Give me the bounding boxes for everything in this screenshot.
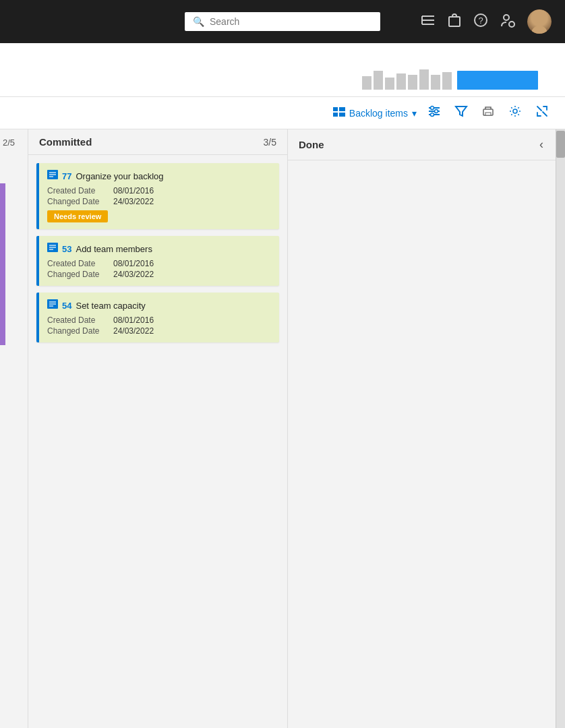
card-77[interactable]: 77 Organize your backlog Created Date 08… bbox=[36, 163, 279, 229]
card-54-created-row: Created Date 08/01/2016 bbox=[47, 315, 271, 325]
card-54-meta: Created Date 08/01/2016 Changed Date 24/… bbox=[47, 315, 271, 336]
card-54-changed-value: 24/03/2022 bbox=[113, 326, 154, 336]
funnel-icon[interactable] bbox=[452, 102, 471, 123]
card-77-meta: Created Date 08/01/2016 Changed Date 24/… bbox=[47, 186, 271, 206]
card-77-number: 77 bbox=[62, 171, 71, 181]
svg-point-21 bbox=[435, 110, 438, 113]
backlog-chevron-icon: ▾ bbox=[412, 108, 417, 119]
card-53-changed-label: Changed Date bbox=[47, 270, 108, 279]
card-53-icon bbox=[47, 243, 58, 255]
chart-bar-8 bbox=[442, 72, 452, 90]
committed-column: Committed 3/5 77 bbox=[28, 129, 288, 728]
card-53-number: 53 bbox=[62, 244, 71, 254]
chart-bars bbox=[362, 69, 452, 90]
chart-blue-bar bbox=[457, 71, 538, 90]
card-53-changed-row: Changed Date 24/03/2022 bbox=[47, 270, 271, 279]
scrollbar-thumb[interactable] bbox=[556, 131, 565, 158]
card-54-title: Set team capacity bbox=[76, 301, 145, 311]
card-77-changed-value: 24/03/2022 bbox=[113, 197, 154, 206]
card-77-changed-label: Changed Date bbox=[47, 197, 108, 206]
print-icon[interactable] bbox=[479, 102, 498, 123]
left-col-count: 2/5 bbox=[0, 129, 28, 156]
card-54-changed-row: Changed Date 24/03/2022 bbox=[47, 326, 271, 336]
search-box[interactable]: 🔍 bbox=[185, 12, 380, 31]
vertical-scrollbar[interactable] bbox=[556, 129, 565, 728]
card-53-created-row: Created Date 08/01/2016 bbox=[47, 259, 271, 268]
done-title: Done bbox=[299, 139, 324, 150]
kanban-board: 2/5 Committed 3/5 bbox=[0, 129, 565, 728]
done-column: Done ‹ bbox=[288, 129, 556, 728]
avatar[interactable] bbox=[527, 9, 552, 34]
svg-point-8 bbox=[509, 22, 514, 27]
committed-title: Committed bbox=[39, 136, 92, 148]
card-54-created-value: 08/01/2016 bbox=[113, 315, 154, 325]
card-77-header: 77 Organize your backlog bbox=[47, 170, 271, 182]
card-53-changed-value: 24/03/2022 bbox=[113, 270, 154, 279]
svg-rect-24 bbox=[485, 113, 491, 115]
settings-icon[interactable] bbox=[506, 102, 525, 124]
card-54-number: 54 bbox=[62, 301, 71, 311]
nav-icons: ? bbox=[421, 9, 552, 34]
backlog-toolbar: Backlog items ▾ bbox=[0, 97, 565, 129]
card-54[interactable]: 54 Set team capacity Created Date 08/01/… bbox=[36, 293, 279, 342]
card-53-title: Add team members bbox=[76, 244, 152, 254]
avatar-image bbox=[527, 9, 552, 34]
chart-bar-6 bbox=[419, 69, 429, 90]
card-54-header: 54 Set team capacity bbox=[47, 299, 271, 311]
top-navigation: 🔍 ? bbox=[0, 0, 565, 43]
user-settings-icon[interactable] bbox=[500, 13, 515, 31]
card-77-title: Organize your backlog bbox=[76, 171, 163, 181]
help-icon[interactable]: ? bbox=[473, 13, 488, 31]
chart-bar-3 bbox=[385, 78, 394, 90]
svg-rect-15 bbox=[339, 107, 345, 111]
done-column-header: Done ‹ bbox=[288, 129, 556, 160]
chart-bar-2 bbox=[374, 71, 383, 90]
card-53-header: 53 Add team members bbox=[47, 243, 271, 255]
card-54-changed-label: Changed Date bbox=[47, 326, 108, 336]
card-77-created-value: 08/01/2016 bbox=[113, 186, 154, 195]
committed-column-header: Committed 3/5 bbox=[28, 129, 287, 155]
svg-point-22 bbox=[431, 113, 434, 117]
svg-point-7 bbox=[504, 15, 509, 20]
committed-count: 3/5 bbox=[264, 137, 276, 148]
card-53-created-label: Created Date bbox=[47, 259, 108, 268]
left-partial-column: 2/5 bbox=[0, 129, 28, 728]
svg-point-20 bbox=[431, 107, 434, 110]
card-54-icon bbox=[47, 299, 58, 311]
done-column-content bbox=[288, 160, 556, 728]
card-77-icon bbox=[47, 170, 58, 182]
search-icon: 🔍 bbox=[193, 16, 204, 27]
svg-point-25 bbox=[513, 109, 517, 113]
left-side-bar bbox=[0, 183, 5, 345]
list-icon[interactable] bbox=[421, 14, 436, 30]
chart-bar-4 bbox=[396, 73, 406, 90]
chart-area bbox=[0, 43, 565, 97]
card-53-meta: Created Date 08/01/2016 Changed Date 24/… bbox=[47, 259, 271, 279]
backlog-items-dropdown[interactable]: Backlog items ▾ bbox=[333, 107, 417, 119]
bag-icon[interactable] bbox=[448, 13, 461, 31]
svg-rect-14 bbox=[333, 113, 338, 117]
expand-icon[interactable] bbox=[533, 102, 552, 124]
card-54-created-label: Created Date bbox=[47, 315, 108, 325]
svg-text:?: ? bbox=[478, 16, 483, 26]
chart-bar-7 bbox=[431, 75, 440, 90]
done-collapse-button[interactable]: ‹ bbox=[538, 136, 545, 153]
card-77-changed-row: Changed Date 24/03/2022 bbox=[47, 197, 271, 206]
card-77-created-label: Created Date bbox=[47, 186, 108, 195]
card-53-created-value: 08/01/2016 bbox=[113, 259, 154, 268]
committed-column-content: 77 Organize your backlog Created Date 08… bbox=[28, 155, 287, 728]
search-input[interactable] bbox=[210, 16, 372, 27]
card-77-created-row: Created Date 08/01/2016 bbox=[47, 186, 271, 195]
filter-sliders-icon[interactable] bbox=[425, 102, 444, 123]
svg-rect-4 bbox=[449, 17, 460, 26]
backlog-items-label: Backlog items bbox=[349, 108, 408, 119]
card-53[interactable]: 53 Add team members Created Date 08/01/2… bbox=[36, 236, 279, 286]
chart-bar-5 bbox=[408, 75, 417, 90]
card-77-badge: Needs review bbox=[47, 210, 108, 222]
svg-rect-13 bbox=[333, 107, 338, 111]
grid-icon bbox=[333, 107, 345, 119]
chart-bar-1 bbox=[362, 76, 371, 90]
svg-rect-16 bbox=[339, 113, 345, 117]
